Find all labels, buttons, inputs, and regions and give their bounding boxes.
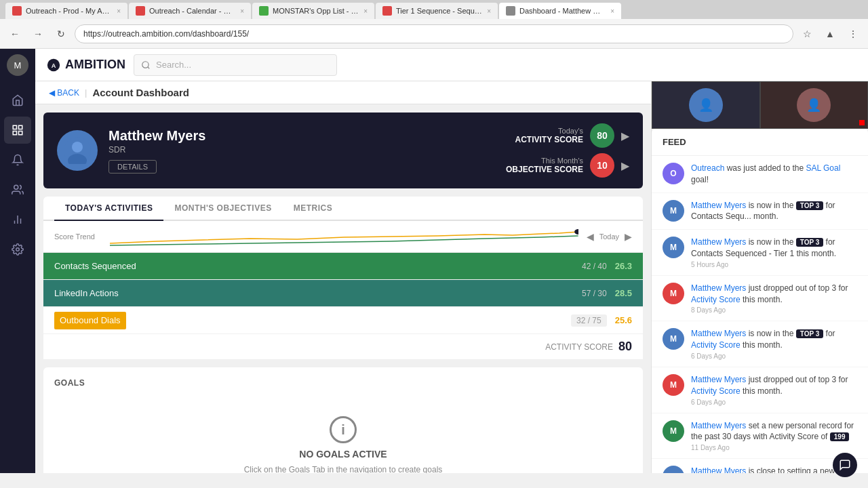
sidebar-item-settings[interactable] — [4, 236, 31, 263]
sidebar-item-users[interactable] — [4, 176, 31, 203]
activity-score-outbound: 25.6 — [615, 315, 632, 325]
address-bar[interactable] — [75, 24, 793, 43]
feed-link-sal-goal[interactable]: SAL Goal — [806, 163, 840, 173]
score-trend: Score Trend ◀ Today — [43, 221, 643, 253]
main-area: A AMBITION Search... ◀ BACK | Account Da… — [35, 49, 868, 473]
sidebar-item-chart[interactable] — [4, 206, 31, 233]
feed-link-mm8[interactable]: Matthew Myers — [691, 466, 746, 473]
refresh-button[interactable]: ↻ — [52, 24, 71, 43]
tab-close[interactable]: × — [117, 7, 121, 15]
chat-button[interactable] — [833, 453, 857, 477]
tab-close[interactable]: × — [610, 7, 614, 15]
tab-label: Outreach - Calendar - Week... — [149, 7, 236, 15]
tab-metrics[interactable]: METRICS — [283, 197, 344, 221]
activity-count-linkedin: 57 / 30 — [582, 289, 607, 298]
feed-link-activity4[interactable]: Activity Score — [691, 295, 741, 304]
top3-badge-3: TOP 3 — [796, 238, 824, 247]
feed-link-activity6[interactable]: Activity Score — [691, 386, 741, 396]
top3-badge-5: TOP 3 — [796, 329, 824, 338]
back-button[interactable]: ← — [5, 24, 24, 43]
tab-favicon — [382, 6, 392, 16]
tab-monstar[interactable]: MONSTAR's Opp List - Sales... × — [252, 3, 374, 19]
bookmark-button[interactable]: ☆ — [797, 24, 816, 43]
activity-score-total-value: 80 — [618, 340, 632, 354]
objective-score-label: This Month's OBJECTIVE SCORE — [506, 157, 583, 174]
browser-tabs: Outreach - Prod - My Applic... × Outreac… — [0, 0, 868, 19]
chat-icon — [839, 459, 851, 471]
feed-text-4: Matthew Myers just dropped out of top 3 … — [691, 283, 857, 306]
feed-link-outreach[interactable]: Outreach — [691, 163, 724, 173]
feed-link-mm5[interactable]: Matthew Myers — [691, 329, 746, 338]
user-avatar[interactable]: M — [7, 54, 28, 76]
app: M A AMBITION Search — [0, 49, 868, 473]
tab-close[interactable]: × — [240, 7, 244, 15]
sidebar-item-dashboard[interactable] — [4, 117, 31, 144]
tab-tier1[interactable]: Tier 1 Sequence - Sequence... × — [376, 3, 498, 19]
feed-item-7: M Matthew Myers set a new personal recor… — [652, 413, 868, 460]
no-goals-title: NO GOALS ACTIVE — [299, 449, 387, 460]
feed-link-mm2[interactable]: Matthew Myers — [691, 201, 746, 210]
tabs: TODAY'S ACTIVITIES MONTH'S OBJECTIVES ME… — [43, 197, 643, 221]
search-bar[interactable]: Search... — [134, 54, 337, 76]
profile-info: Matthew Myers SDR DETAILS — [108, 128, 506, 174]
feed-time-5: 6 Days Ago — [691, 352, 857, 360]
tab-outreach-prod[interactable]: Outreach - Prod - My Applic... × — [5, 3, 127, 19]
trend-prev-button[interactable]: ◀ — [587, 231, 594, 242]
search-placeholder: Search... — [156, 60, 191, 70]
video-thumb-2: 👤 — [760, 81, 869, 129]
activity-stats-outbound: 32 / 75 25.6 — [571, 314, 632, 327]
svg-rect-2 — [13, 131, 16, 135]
feed-content-1: Outreach was just added to the SAL Goal … — [691, 163, 857, 186]
tab-label: Dashboard - Matthew Myers... — [519, 7, 606, 15]
svg-point-16 — [574, 229, 578, 235]
feed-text-6: Matthew Myers just dropped out of top 3 … — [691, 374, 857, 397]
feed-item-6: M Matthew Myers just dropped out of top … — [652, 367, 868, 413]
tab-calendar[interactable]: Outreach - Calendar - Week... × — [129, 3, 251, 19]
feed-link-mm6[interactable]: Matthew Myers — [691, 375, 746, 384]
menu-button[interactable]: ⋮ — [844, 24, 863, 43]
tab-favicon — [136, 6, 145, 16]
feed-time-6: 6 Days Ago — [691, 399, 857, 406]
tab-month-objectives[interactable]: MONTH'S OBJECTIVES — [163, 197, 282, 221]
feed-avatar-3: M — [663, 237, 684, 258]
activity-score-contacts: 26.3 — [615, 261, 632, 271]
activity-score-label: Today's ACTIVITY SCORE — [515, 127, 583, 144]
feed-link-mm4[interactable]: Matthew Myers — [691, 283, 746, 293]
content-area: ◀ BACK | Account Dashboard Matthew Myers… — [35, 81, 868, 473]
tab-today-activities[interactable]: TODAY'S ACTIVITIES — [54, 197, 163, 221]
activity-score-total-label: ACTIVITY SCORE — [545, 342, 613, 352]
forward-button[interactable]: → — [28, 24, 47, 43]
activity-count-outbound: 32 / 75 — [571, 314, 607, 327]
tab-close[interactable]: × — [363, 7, 368, 15]
tab-label: Outreach - Prod - My Applic... — [26, 7, 113, 15]
svg-rect-1 — [19, 125, 22, 129]
activity-score-arrow[interactable]: ▶ — [621, 129, 629, 142]
no-goals-sub: Click on the Goals Tab in the navigation… — [244, 465, 443, 473]
top3-badge-2: TOP 3 — [796, 201, 824, 210]
feed-link-mm7[interactable]: Matthew Myers — [691, 421, 746, 430]
trend-next-button[interactable]: ▶ — [625, 231, 632, 242]
extensions-button[interactable]: ▲ — [821, 24, 840, 43]
sidebar-item-home[interactable] — [4, 87, 31, 114]
objective-score-arrow[interactable]: ▶ — [621, 159, 629, 172]
tab-dashboard-active[interactable]: Dashboard - Matthew Myers... × — [499, 3, 621, 19]
feed-item-5: M Matthew Myers is now in the TOP 3 for … — [652, 321, 868, 367]
dashboard-container: ◀ BACK | Account Dashboard Matthew Myers… — [35, 81, 651, 473]
feed-content-4: Matthew Myers just dropped out of top 3 … — [691, 283, 857, 314]
info-icon: i — [330, 416, 357, 443]
profile-card: Matthew Myers SDR DETAILS Today's ACTIVI… — [43, 113, 643, 188]
feed-panel: 👤 👤 FEED O Outreach was just add — [651, 81, 868, 473]
feed-time-7: 11 Days Ago — [691, 444, 857, 451]
search-icon — [141, 60, 151, 70]
back-button[interactable]: ◀ BACK — [49, 88, 79, 98]
feed-link-activity5[interactable]: Activity Score — [691, 340, 741, 350]
feed-link-mm3[interactable]: Matthew Myers — [691, 237, 746, 247]
sidebar-item-bell[interactable] — [4, 146, 31, 174]
feed-item-2: M Matthew Myers is now in the TOP 3 for … — [652, 193, 868, 230]
goals-card: Goals i NO GOALS ACTIVE Click on the Goa… — [43, 367, 643, 473]
feed-content-3: Matthew Myers is now in the TOP 3 for Co… — [691, 237, 857, 268]
tab-close[interactable]: × — [487, 7, 491, 15]
feed-content-6: Matthew Myers just dropped out of top 3 … — [691, 374, 857, 406]
objective-score-item: This Month's OBJECTIVE SCORE 10 ▶ — [506, 153, 629, 178]
details-button[interactable]: DETAILS — [108, 160, 157, 174]
